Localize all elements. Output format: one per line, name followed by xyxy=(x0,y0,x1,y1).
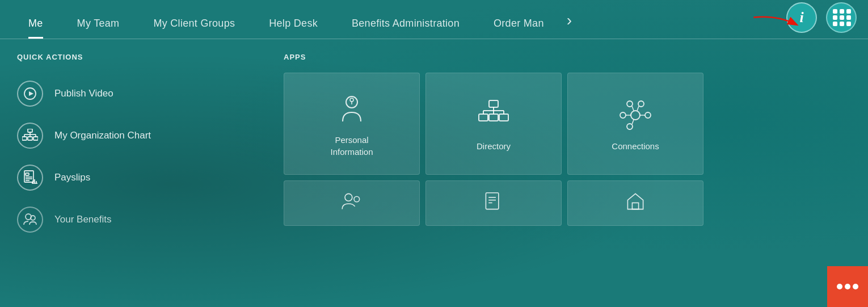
main-content: QUICK ACTIONS Publish Video xyxy=(0,39,868,306)
quick-action-payslips[interactable]: Payslips xyxy=(17,157,255,199)
app5-icon xyxy=(482,190,505,213)
svg-point-38 xyxy=(638,101,644,107)
svg-rect-51 xyxy=(632,203,638,209)
svg-point-46 xyxy=(354,196,360,202)
svg-rect-26 xyxy=(479,114,488,121)
payslips-icon xyxy=(17,165,43,191)
grid-row-3 xyxy=(833,22,851,26)
org-chart-icon xyxy=(17,123,43,149)
svg-point-35 xyxy=(620,112,626,118)
connections-icon xyxy=(618,98,652,132)
grid-dot xyxy=(840,9,844,14)
svg-point-37 xyxy=(627,101,633,107)
your-benefits-label: Your Benefits xyxy=(54,214,112,225)
nav-bar: Me My Team My Client Groups Help Desk Be… xyxy=(0,0,868,39)
nav-more-button[interactable]: › xyxy=(561,0,578,39)
quick-action-your-benefits[interactable]: Your Benefits xyxy=(17,199,255,241)
grid-dot xyxy=(840,22,844,26)
quick-action-org-chart[interactable]: My Organization Chart xyxy=(17,115,255,157)
chat-dot-3 xyxy=(853,284,858,289)
chat-dot-2 xyxy=(845,284,850,289)
svg-rect-13 xyxy=(26,173,29,175)
svg-marker-2 xyxy=(29,91,33,96)
apps-grid: PersonalInformation xyxy=(284,73,857,226)
svg-line-43 xyxy=(637,106,639,111)
nav-tab-order-management[interactable]: Order Man xyxy=(477,6,561,39)
app6-icon xyxy=(624,190,647,213)
grid-dot xyxy=(846,22,851,26)
red-arrow-annotation xyxy=(749,10,806,41)
payslips-label: Payslips xyxy=(54,172,90,183)
quick-actions-title: QUICK ACTIONS xyxy=(17,53,255,61)
grid-row-1 xyxy=(833,9,851,14)
personal-information-icon xyxy=(335,92,369,126)
connections-label: Connections xyxy=(612,140,659,152)
svg-line-44 xyxy=(632,120,634,124)
chat-dot-1 xyxy=(837,284,842,289)
grid-dot xyxy=(846,9,851,14)
app-tile-6[interactable] xyxy=(567,180,703,226)
apps-section: APPS PersonalInformation xyxy=(272,39,868,306)
svg-rect-5 xyxy=(28,137,32,140)
app-tile-connections[interactable]: Connections xyxy=(567,73,703,175)
nav-tab-my-client-groups[interactable]: My Client Groups xyxy=(136,6,252,39)
grid-dot xyxy=(833,22,837,26)
grid-dot xyxy=(846,15,851,20)
app-tile-directory[interactable]: Directory xyxy=(425,73,562,175)
svg-rect-6 xyxy=(33,137,38,140)
your-benefits-icon xyxy=(17,207,43,233)
app-tile-5[interactable] xyxy=(425,180,562,226)
svg-rect-47 xyxy=(486,193,498,209)
chat-button[interactable] xyxy=(827,266,868,307)
svg-rect-25 xyxy=(489,100,498,107)
nav-tab-benefits-administration[interactable]: Benefits Administration xyxy=(335,6,477,39)
grid-dot xyxy=(833,9,837,14)
publish-video-icon xyxy=(17,81,43,107)
directory-label: Directory xyxy=(477,140,511,152)
quick-actions-sidebar: QUICK ACTIONS Publish Video xyxy=(0,39,272,306)
grid-dot xyxy=(840,15,844,20)
chat-dots-icon xyxy=(837,284,858,289)
personal-information-label: PersonalInformation xyxy=(330,134,373,158)
grid-row-2 xyxy=(833,15,851,20)
svg-rect-4 xyxy=(22,137,27,140)
svg-line-42 xyxy=(632,106,634,111)
app-tile-4[interactable] xyxy=(284,180,420,226)
nav-tab-me[interactable]: Me xyxy=(11,6,60,39)
svg-point-24 xyxy=(350,98,353,102)
app4-icon xyxy=(340,190,363,213)
apps-grid-button[interactable] xyxy=(826,2,857,33)
apps-title: APPS xyxy=(284,53,857,61)
svg-rect-28 xyxy=(499,114,508,121)
app-tile-personal-information[interactable]: PersonalInformation xyxy=(284,73,420,175)
nav-tab-help-desk[interactable]: Help Desk xyxy=(252,6,335,39)
svg-point-45 xyxy=(345,194,352,201)
quick-action-publish-video[interactable]: Publish Video xyxy=(17,73,255,115)
svg-rect-3 xyxy=(28,129,32,132)
nav-tab-my-team[interactable]: My Team xyxy=(60,6,137,39)
svg-point-36 xyxy=(645,112,651,118)
svg-rect-27 xyxy=(489,114,498,121)
grid-dot xyxy=(833,15,837,20)
org-chart-label: My Organization Chart xyxy=(54,130,151,141)
directory-icon xyxy=(477,98,511,132)
svg-point-39 xyxy=(627,124,633,129)
publish-video-label: Publish Video xyxy=(54,88,113,99)
nav-right-controls: i xyxy=(786,2,857,39)
svg-point-34 xyxy=(631,111,640,120)
